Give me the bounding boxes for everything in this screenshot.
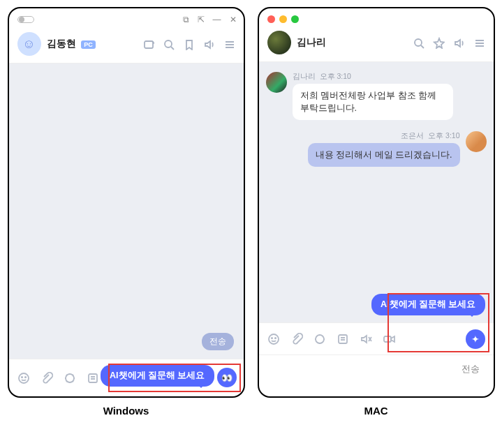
svg-point-1 xyxy=(165,40,172,47)
emoji-icon[interactable] xyxy=(17,372,30,384)
pin-icon[interactable]: ⇱ xyxy=(198,15,205,24)
chat-toolbar: AI챗에게 질문해 보세요 xyxy=(9,359,244,396)
chat-username: 김동현 xyxy=(47,38,76,49)
chat-message-area: 김나리 오후 3:10 저희 멤버전체랑 사업부 참조 함께 부탁드립니다. 조… xyxy=(259,62,494,322)
svg-rect-0 xyxy=(145,41,153,48)
ai-chat-tooltip: AI챗에게 질문해 보세요 xyxy=(101,365,214,387)
chat-header: 김나리 xyxy=(259,27,494,62)
avatar[interactable]: ☺ xyxy=(17,32,41,56)
emoji-icon[interactable] xyxy=(267,333,280,345)
svg-rect-6 xyxy=(89,374,97,382)
popout-icon[interactable]: ⧉ xyxy=(183,15,189,24)
star-icon[interactable] xyxy=(433,37,445,49)
svg-point-3 xyxy=(21,376,22,377)
close-icon[interactable] xyxy=(267,15,275,23)
window-slider-control[interactable] xyxy=(17,16,34,23)
svg-rect-13 xyxy=(384,336,391,342)
panel-caption-mac: MAC xyxy=(364,405,387,417)
message-time: 오후 3:10 xyxy=(428,131,459,141)
note-icon[interactable] xyxy=(87,372,99,384)
svg-point-11 xyxy=(316,335,324,343)
note-icon[interactable] xyxy=(337,333,349,345)
message-row: 김나리 오후 3:10 저희 멤버전체랑 사업부 참조 함께 부탁드립니다. xyxy=(266,72,487,120)
svg-point-8 xyxy=(269,334,279,344)
ai-chat-button[interactable] xyxy=(217,368,237,387)
close-icon[interactable]: ✕ xyxy=(230,15,237,24)
sparkle-icon[interactable] xyxy=(313,333,326,345)
message-bubble[interactable]: 내용 정리해서 메일 드리겠습니다. xyxy=(308,143,460,167)
speaker-icon[interactable] xyxy=(453,37,465,49)
attachment-icon[interactable] xyxy=(40,372,53,384)
svg-rect-12 xyxy=(339,335,347,343)
maximize-icon[interactable] xyxy=(291,15,299,23)
message-time: 오후 3:10 xyxy=(320,72,351,82)
chat-username: 김나리 xyxy=(297,36,326,49)
svg-point-9 xyxy=(271,337,272,338)
avatar[interactable] xyxy=(267,31,291,54)
attachment-icon[interactable] xyxy=(290,333,303,345)
speaker-icon[interactable] xyxy=(203,38,215,50)
menu-icon[interactable] xyxy=(223,38,235,50)
message-bubble[interactable]: 저희 멤버전체랑 사업부 참조 함께 부탁드립니다. xyxy=(293,84,453,120)
search-icon[interactable] xyxy=(163,38,175,50)
mac-chat-window: 김나리 김나리 오후 3:10 저 xyxy=(258,7,495,398)
ai-chat-button[interactable] xyxy=(466,329,485,349)
window-titlebar xyxy=(259,8,494,27)
minimize-icon[interactable] xyxy=(279,15,287,23)
message-row: 조은서 오후 3:10 내용 정리해서 메일 드리겠습니다. xyxy=(266,131,487,167)
svg-point-10 xyxy=(274,337,275,338)
svg-point-2 xyxy=(19,373,29,383)
capture-icon[interactable] xyxy=(142,38,154,50)
menu-icon[interactable] xyxy=(473,37,485,49)
chat-toolbar xyxy=(259,322,494,354)
message-avatar[interactable] xyxy=(266,72,287,93)
send-button[interactable]: 전송 xyxy=(456,361,485,378)
message-sender: 김나리 xyxy=(293,72,316,82)
windows-chat-window: ⧉ ⇱ — ✕ ☺ 김동현 PC xyxy=(8,7,245,398)
svg-point-4 xyxy=(24,376,25,377)
message-input-area[interactable]: 전송 xyxy=(259,354,494,396)
window-titlebar: ⧉ ⇱ — ✕ xyxy=(9,8,244,28)
send-button[interactable]: 전송 xyxy=(202,333,234,350)
ai-chat-tooltip: AI챗에게 질문해 보세요 xyxy=(371,294,485,315)
bookmark-icon[interactable] xyxy=(183,38,195,50)
chat-message-area: 전송 xyxy=(9,64,244,359)
chat-header: ☺ 김동현 PC xyxy=(9,28,244,64)
svg-point-7 xyxy=(415,39,422,46)
message-sender: 조은서 xyxy=(401,131,424,141)
message-avatar[interactable] xyxy=(466,131,487,152)
search-icon[interactable] xyxy=(413,37,425,49)
pc-badge: PC xyxy=(81,40,96,49)
panel-caption-windows: Windows xyxy=(103,405,149,417)
minimize-icon[interactable]: — xyxy=(213,15,221,24)
sparkle-icon[interactable] xyxy=(64,372,76,384)
video-icon[interactable] xyxy=(383,333,395,345)
mute-toggle-icon[interactable] xyxy=(360,333,372,345)
